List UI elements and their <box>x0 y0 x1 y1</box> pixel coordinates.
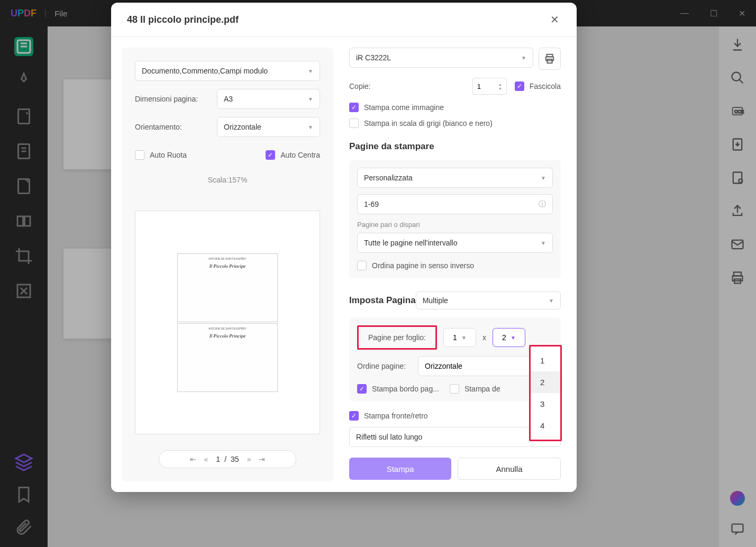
grayscale-label: Stampa in scala di grigi (bianco e nero) <box>364 119 493 127</box>
range-mode-select[interactable]: Personalizzata ▼ <box>357 168 553 188</box>
preview-pages: ANTOINE DE SAINT-EXUPÉRY Il Piccolo Prin… <box>135 211 320 434</box>
scale-text: Scala:157% <box>135 176 320 184</box>
cancel-button[interactable]: Annulla <box>458 458 561 480</box>
pager-last-icon[interactable]: ⇥ <box>259 455 265 463</box>
chevron-down-icon: ▼ <box>541 240 546 246</box>
orientation-label: Orientamento: <box>135 123 209 131</box>
pages-section-title: Pagine da stampare <box>349 141 561 152</box>
collate-label: Fascicola <box>530 82 561 90</box>
order-label: Ordine pagine: <box>357 362 410 370</box>
print-de-label: Stampa de <box>464 385 500 393</box>
print-as-image-label: Stampa come immagine <box>364 103 444 112</box>
setup-section-title: Imposta Pagina <box>349 295 416 306</box>
dropdown-option-4[interactable]: 4 <box>531 415 560 436</box>
pager-prev-icon[interactable]: « <box>204 455 208 463</box>
copies-input[interactable]: 1 ▲▼ <box>472 78 507 95</box>
chevron-down-icon: ▼ <box>308 68 313 74</box>
settings-panel: iR C3222L ▼ Copie: 1 ▲▼ ✓ Fascicola <box>344 37 577 492</box>
print-button[interactable]: Stampa <box>349 458 451 480</box>
chevron-down-icon: ▼ <box>308 124 313 130</box>
chevron-down-icon: ▼ <box>521 55 526 61</box>
copies-label: Copie: <box>349 82 464 90</box>
odd-even-label: Pagine pari o dispari <box>357 221 553 229</box>
content-select[interactable]: Documento,Commento,Campi modulo ▼ <box>135 61 320 81</box>
pages-per-sheet-label: Pagine per foglio: <box>357 325 437 350</box>
pps-x-select[interactable]: 1 ▼ <box>443 328 476 347</box>
chevron-down-icon: ▼ <box>461 335 467 341</box>
preview-panel: Documento,Commento,Campi modulo ▼ Dimens… <box>111 37 344 492</box>
odd-even-select[interactable]: Tutte le pagine nell'intervallo ▼ <box>357 233 553 253</box>
pager-first-icon[interactable]: ⇤ <box>190 455 196 463</box>
duplex-label: Stampa fronte/retro <box>364 412 428 420</box>
chevron-down-icon: ▼ <box>541 175 546 181</box>
pager-next-icon[interactable]: » <box>247 455 251 463</box>
print-border-label: Stampa bordo pag... <box>372 385 439 393</box>
chevron-down-icon: ▼ <box>549 298 554 304</box>
auto-center-label: Auto Centra <box>280 151 320 159</box>
chevron-down-icon: ▼ <box>308 96 313 102</box>
print-as-image-checkbox[interactable]: ✓ <box>349 103 359 112</box>
help-icon[interactable]: ⓘ <box>539 199 546 209</box>
auto-rotate-checkbox[interactable] <box>135 150 144 160</box>
modal-title: 48 Il piccolo principe.pdf <box>127 14 239 25</box>
page-size-label: Dimensioni pagina: <box>135 95 209 103</box>
reverse-order-label: Ordina pagine in senso inverso <box>372 261 474 270</box>
pager-total: 35 <box>231 455 239 463</box>
print-dialog: 48 Il piccolo principe.pdf ✕ Documento,C… <box>111 3 577 492</box>
print-border-checkbox[interactable]: ✓ <box>357 384 367 394</box>
printer-properties-button[interactable] <box>539 48 561 70</box>
auto-rotate-label: Auto Ruota <box>150 151 187 159</box>
grayscale-checkbox[interactable] <box>349 118 359 128</box>
preview-page-2: ANTOINE DE SAINT-EXUPÉRY Il Piccolo Prin… <box>177 323 278 392</box>
pps-y-dropdown: 1 2 3 4 <box>529 345 562 441</box>
page-size-select[interactable]: A3 ▼ <box>217 89 320 109</box>
dropdown-option-1[interactable]: 1 <box>531 350 560 371</box>
range-input[interactable]: 1-69 ⓘ <box>357 194 553 214</box>
pps-y-select[interactable]: 2 ▼ <box>493 328 525 347</box>
print-de-checkbox[interactable] <box>450 384 459 394</box>
modal-header: 48 Il piccolo principe.pdf ✕ <box>111 3 577 37</box>
reverse-order-checkbox[interactable] <box>357 261 367 270</box>
preview-page-1: ANTOINE DE SAINT-EXUPÉRY Il Piccolo Prin… <box>177 253 278 322</box>
pager-current[interactable]: 1 <box>216 455 220 463</box>
pager: ⇤ « 1 / 35 » ⇥ <box>159 450 296 468</box>
dropdown-option-2[interactable]: 2 <box>531 371 560 393</box>
duplex-checkbox[interactable]: ✓ <box>349 411 359 421</box>
orientation-select[interactable]: Orizzontale ▼ <box>217 117 320 137</box>
setup-mode-select[interactable]: Multiple ▼ <box>416 291 561 309</box>
collate-checkbox[interactable]: ✓ <box>515 81 524 91</box>
dropdown-option-3[interactable]: 3 <box>531 393 560 415</box>
chevron-down-icon: ▼ <box>511 335 516 341</box>
close-icon[interactable]: ✕ <box>548 13 561 26</box>
printer-select[interactable]: iR C3222L ▼ <box>349 48 533 68</box>
auto-center-checkbox[interactable]: ✓ <box>266 150 275 160</box>
